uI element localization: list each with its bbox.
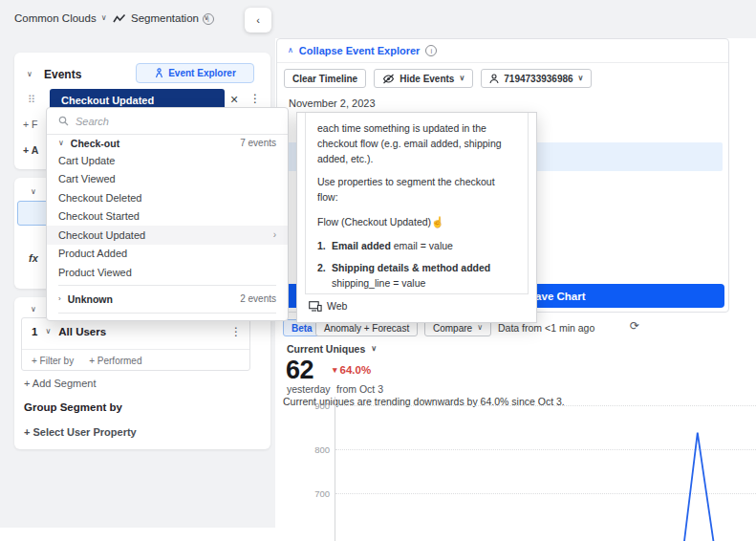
chevron-down-icon: ∨ (371, 345, 377, 353)
step-property: Shipping details & method added (332, 262, 490, 273)
group-label: Unknown (68, 293, 113, 305)
plot-area: 900800700 (335, 397, 756, 541)
step-detail: shipping_line = value (332, 277, 425, 289)
dropdown-group-unknown[interactable]: › Unknown 2 events (47, 289, 288, 310)
tooltip-step: 2.Shipping details & method added shippi… (317, 261, 516, 292)
info-icon[interactable]: i (425, 45, 437, 56)
kebab-menu-icon[interactable]: ⋮ (230, 325, 242, 338)
collapse-sidebar-button[interactable]: ‹ (245, 8, 271, 32)
clear-timeline-label: Clear Timeline (292, 74, 357, 84)
event-explorer-button[interactable]: Event Explorer (136, 63, 254, 83)
chevron-down-icon: ∨ (45, 328, 51, 335)
segment-box: 1 ∨ All Users ⋮ + Filter by + Performed (21, 317, 250, 371)
dropdown-item-highlighted[interactable]: Checkout Updated › (47, 226, 288, 245)
triangle-down-icon: ▾ (333, 365, 337, 375)
change-percent: 64.0% (340, 364, 372, 376)
pointer-cursor-icon: ☝ (431, 216, 444, 227)
event-explorer-label: Event Explorer (168, 68, 236, 78)
metric-label: Current Uniques (287, 343, 365, 355)
refresh-icon[interactable]: ⟳ (630, 319, 639, 333)
workspace-selector[interactable]: Common Clouds ∨ (14, 12, 107, 24)
eye-slash-icon (382, 74, 395, 84)
chevron-down-icon[interactable]: ∨ (27, 70, 32, 78)
event-tooltip-popover: each time something is updated in the ch… (296, 112, 537, 323)
workspace-name: Common Clouds (14, 12, 97, 24)
chevron-down-icon: ∨ (477, 324, 483, 332)
filter-by-link[interactable]: + Filter by (32, 356, 74, 366)
close-icon[interactable]: × (230, 92, 238, 107)
segment-index: 1 (32, 326, 37, 337)
event-description: each time something is updated in the ch… (305, 113, 529, 294)
platform-label: Web (327, 300, 347, 312)
y-axis-tick: 800 (301, 444, 330, 455)
line-chart-icon (113, 13, 126, 24)
platform-row: Web (297, 294, 536, 317)
chart-type-name: Segmentation (131, 12, 199, 24)
dropdown-item[interactable]: Cart Viewed (47, 170, 288, 189)
dropdown-item[interactable]: Product Viewed (47, 263, 288, 282)
timeline-date: November 2, 2023 (289, 97, 376, 109)
uniques-line-series (335, 397, 756, 541)
tooltip-subtitle: Use properties to segment the checkout f… (317, 175, 516, 206)
collapse-event-explorer-link[interactable]: Collapse Event Explorer (299, 45, 421, 56)
item-label: Product Viewed (58, 267, 132, 278)
tooltip-intro: each time something is updated in the ch… (317, 121, 516, 166)
chevron-down-icon: ∨ (459, 75, 464, 82)
search-icon (58, 116, 69, 126)
chevron-down-icon: ∨ (578, 75, 584, 82)
change-badge: ▾ 64.0% (333, 364, 371, 376)
dropdown-search-row (47, 108, 288, 135)
add-segment-link[interactable]: + Add Segment (24, 378, 97, 389)
dropdown-group-checkout[interactable]: ∨ Check-out 7 events (47, 135, 288, 151)
divider (58, 285, 276, 286)
metric-dropdown[interactable]: Current Uniques ∨ (287, 343, 377, 355)
period-label: yesterday (287, 383, 331, 395)
device-id-selector[interactable]: 7194733936986 ∨ (481, 69, 592, 88)
chevron-down-icon[interactable]: ∨ (31, 305, 36, 314)
segment-header[interactable]: 1 ∨ All Users (32, 326, 106, 337)
performed-link[interactable]: + Performed (89, 356, 141, 366)
group-count: 2 events (240, 293, 276, 304)
dropdown-item[interactable]: Product Added (47, 245, 288, 264)
event-search-input[interactable] (76, 116, 248, 127)
app-screen: Common Clouds ∨ Segmentation ∨ i ‹ ∨ Eve… (0, 0, 756, 541)
page-bottom-strip (0, 528, 275, 541)
select-user-property-link[interactable]: + Select User Property (24, 426, 137, 438)
data-freshness-label: Data from <1 min ago (498, 322, 594, 334)
add-event-link-fragment[interactable]: + A (23, 144, 38, 156)
dropdown-item[interactable]: Cart Update (47, 151, 288, 170)
chart-type-selector[interactable]: Segmentation ∨ (113, 12, 209, 24)
info-icon[interactable]: i (203, 13, 214, 25)
hide-events-label: Hide Events (400, 74, 454, 84)
y-axis-tick: 900 (301, 400, 330, 411)
divider (58, 313, 276, 314)
dropdown-item[interactable]: Checkout Started (47, 207, 288, 227)
chevron-down-icon[interactable]: ∨ (31, 187, 36, 196)
dropdown-item[interactable]: Checkout Deleted (47, 188, 288, 207)
tooltip-step: 1.Email added email = value (317, 239, 516, 254)
compare-note: from Oct 3 (336, 383, 383, 395)
event-select-dropdown: ∨ Check-out 7 events Cart Update Cart Vi… (46, 107, 289, 321)
anomaly-forecast-label: Anomaly + Forecast (324, 323, 409, 334)
item-label: Cart Update (58, 155, 115, 166)
group-segment-by-heading: Group Segment by (24, 401, 122, 413)
chevron-right-icon: › (58, 295, 61, 303)
kebab-menu-icon[interactable]: ⋮ (249, 92, 261, 105)
formula-fx-label[interactable]: fx (29, 252, 38, 264)
step-detail: email = value (394, 240, 453, 251)
step-number: 1. (317, 239, 326, 254)
compare-label: Compare (433, 323, 472, 334)
chevron-right-icon: › (273, 229, 276, 240)
y-axis-tick: 700 (301, 488, 330, 499)
flow-label: Flow (Checkout Updated) (317, 216, 431, 227)
event-explorer-icon (154, 68, 164, 78)
drag-handle-icon[interactable]: ⠿ (28, 94, 33, 106)
devices-icon (309, 301, 322, 312)
item-label: Product Added (58, 248, 127, 259)
hide-events-button[interactable]: Hide Events ∨ (374, 69, 473, 88)
user-icon (489, 74, 499, 84)
clear-timeline-button[interactable]: Clear Timeline (284, 69, 366, 88)
item-label: Cart Viewed (58, 173, 116, 184)
selected-event-label: Checkout Updated (61, 95, 154, 106)
filter-by-link-fragment[interactable]: + F (23, 119, 37, 130)
